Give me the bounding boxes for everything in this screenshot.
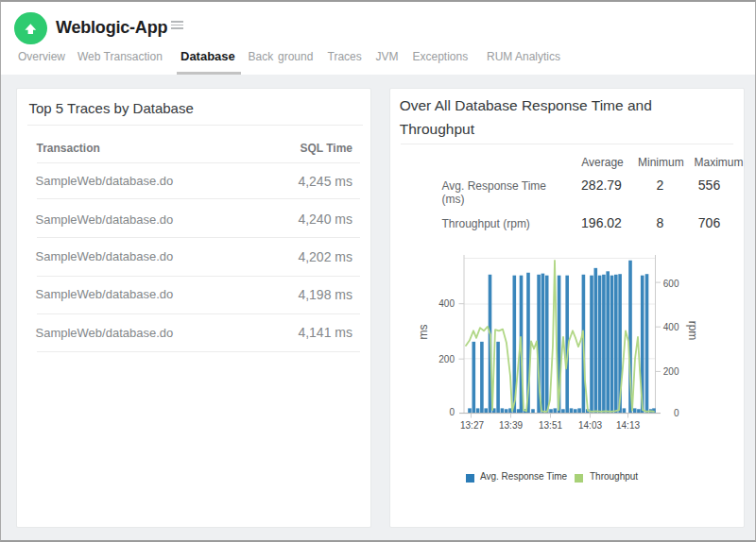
svg-text:13:51: 13:51 — [539, 420, 562, 431]
svg-text:13:39: 13:39 — [499, 420, 523, 431]
svg-text:rpm: rpm — [686, 321, 699, 341]
svg-text:0: 0 — [449, 407, 455, 417]
svg-text:14:03: 14:03 — [578, 420, 602, 431]
svg-text:14:13: 14:13 — [616, 420, 640, 431]
svg-text:600: 600 — [663, 279, 679, 289]
svg-text:13:27: 13:27 — [460, 420, 484, 431]
svg-text:0: 0 — [674, 408, 679, 418]
svg-text:400: 400 — [663, 322, 679, 332]
svg-text:200: 200 — [438, 354, 455, 364]
svg-text:200: 200 — [663, 366, 679, 377]
svg-text:ms: ms — [417, 325, 430, 340]
svg-text:400: 400 — [438, 298, 455, 309]
